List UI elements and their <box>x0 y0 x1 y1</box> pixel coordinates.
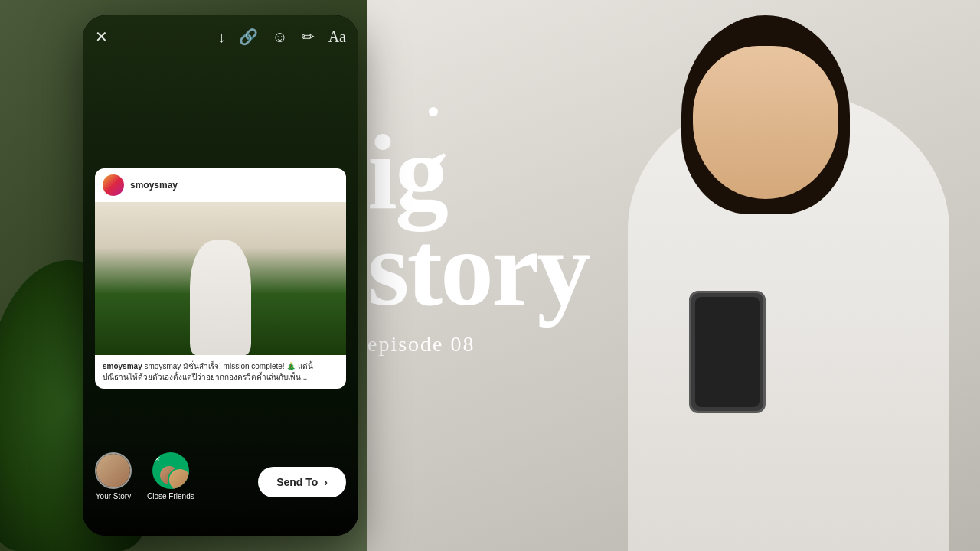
ig-title: ig <box>368 124 588 220</box>
close-friends-label: Close Friends <box>147 492 194 500</box>
your-story-option[interactable]: Your Story <box>95 452 132 500</box>
your-story-circle <box>95 452 132 489</box>
ig-phone-inner: ✕ ↓ 🔗 ☺ ✏ Aa smoysmay smoysmay smoysmay … <box>83 15 358 536</box>
embedded-post: smoysmay smoysmay smoysmay มิชั่นสำเร็จ!… <box>95 168 346 389</box>
draw-icon[interactable]: ✏ <box>302 28 315 46</box>
your-story-label: Your Story <box>96 492 131 500</box>
phone-in-hand <box>689 291 766 413</box>
link-icon[interactable]: 🔗 <box>239 28 258 46</box>
story-toolbar: ✕ ↓ 🔗 ☺ ✏ Aa <box>83 28 358 46</box>
close-icon[interactable]: ✕ <box>95 28 108 46</box>
your-story-avatar <box>96 454 130 487</box>
friend-avatar-2 <box>168 468 189 489</box>
send-to-label: Send To <box>276 476 318 488</box>
post-caption-username: smoysmay <box>103 362 142 370</box>
post-caption: smoysmay smoysmay มิชั่นสำเร็จ! mission … <box>95 355 346 389</box>
post-username: smoysmay <box>130 180 178 191</box>
story-title: story <box>368 220 588 317</box>
post-image <box>95 202 346 355</box>
close-friends-option[interactable]: ★ Close Friends <box>147 452 194 500</box>
person-face <box>693 46 838 199</box>
toolbar-right-icons: ↓ 🔗 ☺ ✏ Aa <box>217 28 346 46</box>
star-badge: ★ <box>152 452 165 465</box>
post-figure <box>190 240 251 355</box>
send-to-button[interactable]: Send To › <box>258 467 346 497</box>
episode-label: episode 08 <box>368 332 588 357</box>
story-bottom: Your Story ★ Close Friends Send To › <box>83 437 358 536</box>
text-icon[interactable]: Aa <box>328 28 346 46</box>
close-friends-circle: ★ <box>152 452 189 489</box>
send-to-arrow: › <box>324 476 328 488</box>
face-icon[interactable]: ☺ <box>272 28 287 46</box>
download-icon[interactable]: ↓ <box>217 28 225 46</box>
post-avatar <box>103 174 124 196</box>
main-text-area: ig story episode 08 <box>368 107 588 357</box>
ig-phone-mockup: ✕ ↓ 🔗 ☺ ✏ Aa smoysmay smoysmay smoysmay … <box>83 15 358 536</box>
post-header: smoysmay <box>95 168 346 202</box>
phone-screen <box>695 297 760 407</box>
